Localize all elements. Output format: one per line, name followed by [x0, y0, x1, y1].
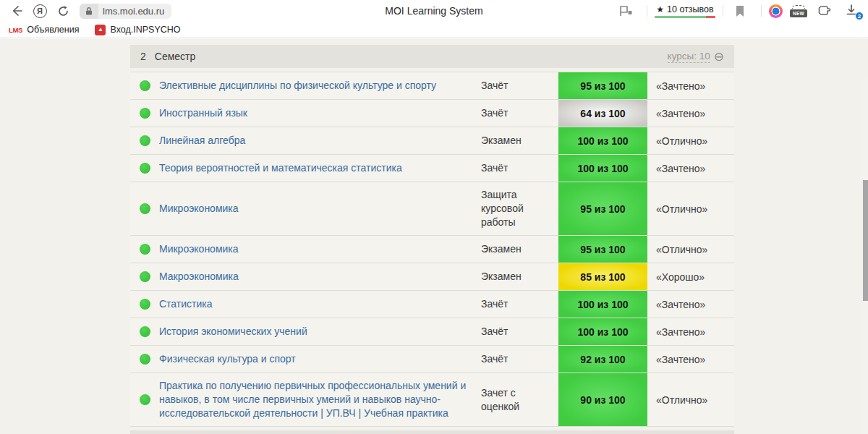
course-name-cell: Микроэкономика [159, 237, 481, 262]
status-dot-icon [140, 299, 150, 310]
grade-value: «Зачтено» [647, 108, 734, 119]
bookmark-icon[interactable] [731, 1, 749, 20]
lms-favicon: LMS [9, 26, 22, 34]
status-dot-icon [140, 163, 150, 174]
address-bar[interactable]: lms.moi.edu.ru [80, 4, 171, 19]
course-link[interactable]: Элективные дисциплины по физической куль… [159, 80, 436, 91]
bookmarks-bar: LMS Объявления ▲ Вход.INPSYCHO [0, 22, 868, 38]
course-status-cell [130, 354, 159, 365]
status-dot-icon [140, 271, 150, 282]
grade-value: «Отлично» [647, 394, 734, 406]
page-content: 2 Семестр курсы: 10 ⊖ Элективные дисципл… [0, 39, 868, 434]
bookmark-inpsycho[interactable]: ▲ Вход.INPSYCHO [95, 25, 180, 35]
refresh-icon[interactable] [54, 1, 72, 20]
assessment-type: Зачёт [481, 346, 558, 372]
scrollbar-thumb[interactable] [863, 180, 868, 301]
scrollbar-track[interactable] [862, 78, 868, 434]
score-badge: 64 из 100 [558, 100, 647, 127]
extension-tag-icon[interactable] [814, 1, 833, 20]
course-name-cell: Теория вероятностей и математическая ста… [159, 156, 481, 181]
status-dot-icon [140, 244, 150, 255]
course-name-cell: Макроэкономика [159, 264, 481, 289]
grades-table: 2 Семестр курсы: 10 ⊖ Элективные дисципл… [130, 45, 734, 434]
score-value: 92 из 100 [580, 354, 625, 365]
downloads-count-badge: 2 [855, 12, 864, 20]
course-link[interactable]: Микроэкономика [159, 203, 239, 214]
course-status-cell [130, 108, 159, 119]
assessment-type: Экзамен [481, 128, 558, 153]
score-value: 95 из 100 [580, 80, 625, 92]
score-value: 90 из 100 [580, 394, 625, 406]
semester-2-header: 2 Семестр курсы: 10 ⊖ [130, 45, 734, 68]
ssl-lock-icon[interactable] [80, 4, 98, 19]
course-row: Статистика Зачёт 100 из 100 «Зачтено» [130, 291, 734, 318]
score-badge: 100 из 100 [558, 155, 647, 182]
extension-new-icon[interactable]: NEW [790, 4, 807, 17]
course-status-cell [130, 80, 159, 91]
score-badge: 85 из 100 [558, 263, 647, 290]
downloads-icon[interactable]: 2 [845, 4, 861, 18]
course-link[interactable]: Теория вероятностей и математическая ста… [159, 162, 402, 174]
rating-bar [655, 16, 715, 18]
collections-icon[interactable] [616, 1, 635, 20]
course-row: История экономических учений Зачёт 100 и… [130, 318, 734, 346]
url-text: lms.moi.edu.ru [98, 6, 171, 17]
grade-value: «Зачтено» [647, 80, 734, 92]
semester-3-header: 3 Семестр курсы: 10 ⊕ [130, 430, 734, 434]
course-row: Микроэкономика Защита курсовой работы 95… [130, 182, 734, 236]
course-row: Элективные дисциплины по физической куль… [130, 72, 734, 100]
course-row: Линейная алгебра Экзамен 100 из 100 «Отл… [130, 127, 734, 155]
status-dot-icon [140, 354, 150, 365]
score-value: 100 из 100 [577, 135, 628, 147]
course-status-cell [130, 271, 159, 282]
browser-toolbar: Я lms.moi.edu.ru MOI Learning System ★ 1… [0, 0, 868, 22]
course-name-cell: Линейная алгебра [159, 128, 481, 153]
course-status-cell [130, 163, 159, 174]
status-dot-icon [140, 108, 150, 119]
status-dot-icon [140, 394, 150, 405]
semester-2-collapse-toggle[interactable]: курсы: 10 ⊖ [668, 51, 724, 63]
bookmark-announcements[interactable]: LMS Объявления [9, 25, 79, 35]
score-badge: 95 из 100 [558, 236, 647, 263]
course-link[interactable]: Иностранный язык [159, 107, 247, 119]
course-link[interactable]: История экономических учений [159, 326, 307, 337]
score-badge: 100 из 100 [558, 291, 647, 318]
extension-browser-icon[interactable] [769, 4, 783, 18]
score-value: 100 из 100 [577, 163, 628, 174]
status-dot-icon [140, 135, 150, 146]
site-reviews-button[interactable]: ★ 10 отзывов [655, 4, 715, 18]
grade-value: «Отлично» [647, 244, 734, 255]
yandex-home-icon[interactable]: Я [30, 1, 49, 20]
course-name-cell: Практика по получению первичных професси… [159, 373, 481, 426]
score-value: 64 из 100 [580, 108, 625, 119]
score-value: 95 из 100 [580, 244, 625, 255]
course-status-cell [130, 299, 159, 310]
assessment-type: Экзамен [481, 264, 558, 289]
course-status-cell [130, 394, 159, 405]
score-badge: 92 из 100 [558, 346, 647, 373]
score-badge: 90 из 100 [558, 373, 647, 426]
course-row: Иностранный язык Зачёт 64 из 100 «Зачтен… [130, 100, 734, 127]
course-name-cell: Иностранный язык [159, 101, 481, 126]
course-status-cell [130, 203, 159, 214]
course-link[interactable]: Микроэкономика [159, 243, 239, 255]
semester-number: 2 [140, 51, 146, 62]
score-value: 100 из 100 [577, 326, 628, 338]
status-dot-icon [140, 80, 150, 91]
score-value: 100 из 100 [577, 299, 628, 310]
course-link[interactable]: Линейная алгебра [159, 135, 245, 146]
course-link[interactable]: Практика по получению первичных професси… [159, 380, 466, 419]
course-rows: Элективные дисциплины по физической куль… [130, 72, 734, 427]
course-link[interactable]: Физическая культура и спорт [159, 353, 296, 365]
collapse-minus-icon[interactable]: ⊖ [714, 51, 724, 63]
reviews-count-label: 10 отзывов [667, 4, 714, 14]
course-row: Физическая культура и спорт Зачёт 92 из … [130, 346, 734, 373]
course-link[interactable]: Статистика [159, 298, 213, 310]
course-name-cell: Статистика [159, 292, 481, 317]
assessment-type: Зачет с оценкой [481, 380, 558, 420]
grade-value: «Отлично» [647, 135, 734, 147]
assessment-type: Экзамен [481, 237, 558, 262]
course-link[interactable]: Макроэкономика [159, 271, 239, 282]
toolbar-divider [761, 5, 762, 17]
back-icon[interactable] [7, 1, 26, 20]
